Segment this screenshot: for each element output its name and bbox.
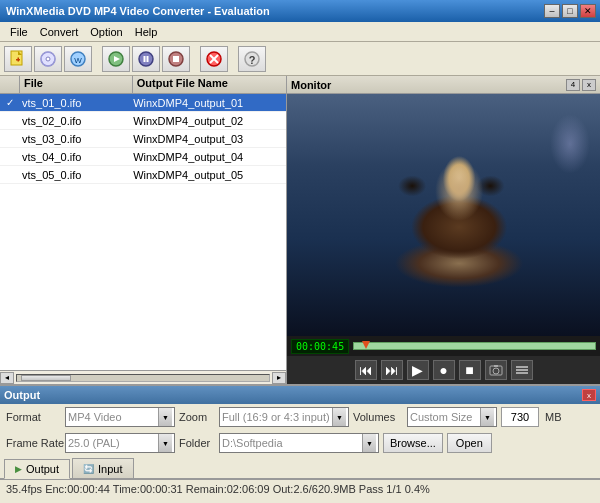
svg-point-5 — [46, 57, 50, 61]
col-output-header: Output File Name — [133, 76, 286, 93]
scroll-thumb[interactable] — [21, 375, 71, 381]
menu-file[interactable]: File — [4, 24, 34, 40]
mb-value: 730 — [511, 411, 529, 423]
browse-label: Browse... — [390, 437, 436, 449]
tab-bar: ▶ Output 🔄 Input — [0, 456, 600, 479]
tab-output[interactable]: ▶ Output — [4, 459, 70, 479]
menu-convert[interactable]: Convert — [34, 24, 85, 40]
svg-rect-23 — [494, 365, 498, 367]
snapshot-button[interactable] — [485, 360, 507, 380]
file-row[interactable]: vts_04_0.ifo WinxDMP4_output_04 — [0, 148, 286, 166]
menu-help[interactable]: Help — [129, 24, 164, 40]
folder-combo[interactable]: D:\Softpedia ▼ — [219, 433, 379, 453]
main-area: File Output File Name ✓ vts_01_0.ifo Win… — [0, 76, 600, 386]
framerate-combo[interactable]: 25.0 (PAL) ▼ — [65, 433, 175, 453]
delete-button[interactable] — [200, 46, 228, 72]
mb-value-box[interactable]: 730 — [501, 407, 539, 427]
file-panel: File Output File Name ✓ vts_01_0.ifo Win… — [0, 76, 287, 384]
file-list: ✓ vts_01_0.ifo WinxDMP4_output_01 vts_02… — [0, 94, 286, 370]
monitor-title: Monitor — [291, 79, 331, 91]
stop-transport-button[interactable]: ■ — [459, 360, 481, 380]
svg-point-11 — [139, 52, 153, 66]
file-row-check[interactable]: ✓ — [0, 97, 20, 108]
stop-button[interactable] — [162, 46, 190, 72]
open-button[interactable]: Open — [447, 433, 492, 453]
add-url-button[interactable]: W — [64, 46, 92, 72]
svg-rect-12 — [144, 56, 146, 62]
start-button[interactable] — [102, 46, 130, 72]
output-row-1: Format MP4 Video ▼ Zoom Full (16:9 or 4:… — [0, 404, 600, 430]
add-file-button[interactable] — [4, 46, 32, 72]
timeline-bar[interactable] — [353, 342, 596, 350]
zoom-arrow-icon: ▼ — [332, 408, 346, 426]
start-icon — [107, 50, 125, 68]
scroll-left-arrow[interactable]: ◂ — [0, 372, 14, 384]
help-button[interactable]: ? — [238, 46, 266, 72]
monitor-panel: Monitor 4 x 00:00:45 ⏮ ⏭ ▶ ● ■ — [287, 76, 600, 384]
timeline-area: 00:00:45 — [287, 336, 600, 356]
monitor-header-buttons: 4 x — [566, 79, 596, 91]
file-row-output: WinxDMP4_output_03 — [131, 133, 286, 145]
status-bar: 35.4fps Enc:00:00:44 Time:00:00:31 Remai… — [0, 479, 600, 497]
stop-icon — [167, 50, 185, 68]
input-tab-icon: 🔄 — [83, 464, 94, 474]
folder-value: D:\Softpedia — [222, 437, 362, 449]
file-row[interactable]: vts_05_0.ifo WinxDMP4_output_05 — [0, 166, 286, 184]
timeline-cursor — [362, 341, 370, 349]
output-section: Output x Format MP4 Video ▼ Zoom Full (1… — [0, 386, 600, 479]
help-icon: ? — [243, 50, 261, 68]
tab-input[interactable]: 🔄 Input — [72, 458, 133, 478]
pause-icon — [137, 50, 155, 68]
framerate-arrow-icon: ▼ — [158, 434, 172, 452]
monitor-close-button[interactable]: x — [582, 79, 596, 91]
snapshot-icon — [489, 364, 503, 376]
col-check-header — [0, 76, 20, 93]
maximize-button[interactable]: □ — [562, 4, 578, 18]
video-content — [287, 94, 600, 336]
format-combo[interactable]: MP4 Video ▼ — [65, 407, 175, 427]
pause-button[interactable] — [132, 46, 160, 72]
menu-bar: File Convert Option Help — [0, 22, 600, 42]
svg-text:W: W — [74, 56, 82, 65]
format-label: Format — [6, 411, 61, 423]
output-tab-icon: ▶ — [15, 464, 22, 474]
file-row-name: vts_02_0.ifo — [20, 115, 131, 127]
status-text: 35.4fps Enc:00:00:44 Time:00:00:31 Remai… — [6, 483, 430, 495]
title-bar: WinXMedia DVD MP4 Video Converter - Eval… — [0, 0, 600, 22]
output-close-button[interactable]: x — [582, 389, 596, 401]
file-scrollbar[interactable]: ◂ ▸ — [0, 370, 286, 384]
add-dvd-button[interactable] — [34, 46, 62, 72]
zoom-combo[interactable]: Full (16:9 or 4:3 input) ▼ — [219, 407, 349, 427]
volumes-combo[interactable]: Custom Size ▼ — [407, 407, 497, 427]
play-transport-button[interactable]: ▶ — [407, 360, 429, 380]
output-header: Output x — [0, 386, 600, 404]
file-row-output: WinxDMP4_output_01 — [131, 97, 286, 109]
monitor-pin-button[interactable]: 4 — [566, 79, 580, 91]
svg-rect-13 — [147, 56, 149, 62]
output-tab-label: Output — [26, 463, 59, 475]
svg-rect-15 — [173, 56, 179, 62]
volumes-label: Volumes — [353, 411, 403, 423]
open-label: Open — [456, 437, 483, 449]
skip-back-button[interactable]: ⏮ — [355, 360, 377, 380]
svg-rect-25 — [516, 369, 528, 371]
video-area — [287, 94, 600, 336]
browse-button[interactable]: Browse... — [383, 433, 443, 453]
scroll-right-arrow[interactable]: ▸ — [272, 372, 286, 384]
minimize-button[interactable]: – — [544, 4, 560, 18]
folder-arrow-icon: ▼ — [362, 434, 376, 452]
input-tab-label: Input — [98, 463, 122, 475]
volumes-value: Custom Size — [410, 411, 480, 423]
file-row[interactable]: ✓ vts_01_0.ifo WinxDMP4_output_01 — [0, 94, 286, 112]
menu-option[interactable]: Option — [84, 24, 128, 40]
file-row[interactable]: vts_02_0.ifo WinxDMP4_output_02 — [0, 112, 286, 130]
close-button[interactable]: ✕ — [580, 4, 596, 18]
svg-rect-0 — [11, 51, 22, 65]
url-icon: W — [69, 50, 87, 68]
scroll-track — [16, 374, 270, 382]
transport-bar: ⏮ ⏭ ▶ ● ■ — [287, 356, 600, 384]
skip-forward-button[interactable]: ⏭ — [381, 360, 403, 380]
record-button[interactable]: ● — [433, 360, 455, 380]
file-row[interactable]: vts_03_0.ifo WinxDMP4_output_03 — [0, 130, 286, 148]
config-transport-button[interactable] — [511, 360, 533, 380]
